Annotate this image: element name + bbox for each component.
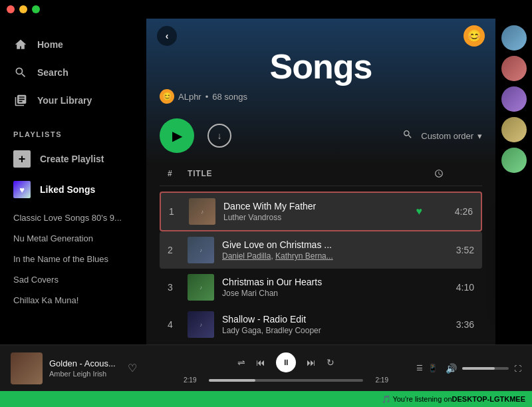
playlist-item-1[interactable]: Nu Metal Generation bbox=[0, 228, 146, 249]
user-emoji: 😊 bbox=[464, 25, 485, 47]
sidebar-item-search[interactable]: Search bbox=[0, 59, 146, 86]
app-container: Home Search Your Library PLAYLIST bbox=[0, 19, 532, 391]
player-thumbnail bbox=[11, 352, 43, 384]
status-bar: 🎵 You're listening on DESKTOP-LGTKMEE bbox=[0, 391, 532, 407]
table-row[interactable]: 4 ♪ Shallow - Radio Edit Lady Gaga, Brad… bbox=[160, 306, 482, 343]
sidebar-item-library[interactable]: Your Library bbox=[0, 86, 146, 114]
track-title: Dance With My Father bbox=[223, 201, 316, 211]
next-button[interactable]: ⏭ bbox=[307, 357, 316, 368]
track-duration: 3:36 bbox=[434, 319, 474, 330]
volume-icon[interactable]: 🔊 bbox=[446, 363, 457, 374]
home-label: Home bbox=[37, 39, 63, 50]
track-thumbnail: ♪ bbox=[188, 237, 214, 263]
player-artist: Amber Leigh Irish bbox=[49, 370, 116, 378]
create-playlist-icon: + bbox=[13, 150, 31, 168]
back-button[interactable]: ‹ bbox=[157, 26, 177, 46]
current-time: 2:19 bbox=[184, 376, 203, 384]
track-list-header: # TITLE bbox=[160, 164, 482, 186]
create-playlist-button[interactable]: + Create Playlist bbox=[0, 144, 146, 174]
close-button[interactable] bbox=[7, 5, 15, 13]
heart-icon[interactable]: ♥ bbox=[416, 205, 423, 217]
playlist-item-3[interactable]: Sad Covers bbox=[0, 269, 146, 290]
header-song-count: 68 songs bbox=[212, 92, 247, 102]
liked-songs-label: Liked Songs bbox=[40, 184, 95, 195]
total-time: 2:19 bbox=[368, 376, 388, 384]
player-track: Golden - Acous... Amber Leigh Irish ♡ bbox=[11, 352, 184, 384]
table-row[interactable]: 2 ♪ Give Love on Christmas ... Daniel Pa… bbox=[160, 231, 482, 269]
prev-button[interactable]: ⏮ bbox=[256, 357, 265, 368]
page-title: Songs bbox=[160, 47, 482, 86]
playlist-item-2[interactable]: In the Name of the Blues bbox=[0, 249, 146, 269]
track-artist: Lady Gaga, Bradley Cooper bbox=[222, 326, 321, 335]
track-artist: Daniel Padilla, Kathryn Berna... bbox=[222, 251, 333, 261]
sidebar-nav: Home Search Your Library bbox=[0, 25, 146, 120]
library-label: Your Library bbox=[37, 95, 92, 106]
col-title: TITLE bbox=[188, 169, 354, 180]
sidebar-item-home[interactable]: Home bbox=[0, 31, 146, 59]
liked-songs-item[interactable]: ♥ Liked Songs bbox=[0, 174, 146, 205]
track-info: ♪ Shallow - Radio Edit Lady Gaga, Bradle… bbox=[188, 311, 354, 338]
playlist-item-0[interactable]: Classic Love Songs 80's 9... bbox=[0, 207, 146, 228]
search-tracks-button[interactable] bbox=[402, 129, 413, 142]
track-info: ♪ Give Love on Christmas ... Daniel Padi… bbox=[188, 237, 354, 263]
track-title: Shallow - Radio Edit bbox=[222, 314, 321, 325]
download-button[interactable]: ↓ bbox=[207, 124, 231, 148]
main-content: ‹ 😊 Songs 😊 ALphr • 68 songs ▶ ↓ bbox=[146, 19, 495, 391]
shuffle-button[interactable]: ⇌ bbox=[237, 357, 245, 368]
playlist-item-4[interactable]: Chillax Ka Muna! bbox=[0, 290, 146, 311]
col-empty bbox=[354, 169, 434, 180]
right-avatar-1 bbox=[501, 25, 527, 51]
controls-right: Custom order ▾ bbox=[402, 129, 482, 142]
right-avatar-4 bbox=[501, 117, 527, 142]
table-row[interactable]: 1 ♪ Dance With My Father Luther Vandross… bbox=[160, 192, 482, 231]
track-number: 4 bbox=[168, 319, 188, 330]
liked-songs-icon: ♥ bbox=[13, 181, 31, 198]
create-playlist-label: Create Playlist bbox=[40, 154, 104, 164]
track-number: 2 bbox=[168, 245, 188, 255]
custom-order-selector[interactable]: Custom order ▾ bbox=[421, 131, 482, 141]
volume-fill bbox=[462, 367, 495, 370]
main-header: ‹ 😊 Songs 😊 ALphr • 68 songs ▶ ↓ bbox=[146, 19, 495, 164]
devices-icon[interactable]: 📱 bbox=[428, 364, 438, 372]
repeat-button[interactable]: ↻ bbox=[327, 357, 334, 368]
track-title: Christmas in Our Hearts bbox=[222, 277, 322, 287]
right-sidebar bbox=[495, 19, 532, 391]
table-row[interactable]: 3 ♪ Christmas in Our Hearts Jose Mari Ch… bbox=[160, 269, 482, 306]
track-info: ♪ Christmas in Our Hearts Jose Mari Chan bbox=[188, 274, 354, 301]
maximize-button[interactable] bbox=[32, 5, 40, 13]
minimize-button[interactable] bbox=[19, 5, 27, 13]
volume-track[interactable] bbox=[462, 367, 509, 370]
track-duration: 4:26 bbox=[433, 206, 473, 217]
col-duration bbox=[434, 169, 474, 180]
right-avatar-5 bbox=[501, 148, 527, 173]
track-title: Give Love on Christmas ... bbox=[222, 239, 333, 250]
title-bar bbox=[0, 0, 532, 19]
home-icon bbox=[13, 37, 28, 52]
track-number: 3 bbox=[168, 282, 188, 293]
player-title: Golden - Acous... bbox=[49, 358, 116, 368]
col-num: # bbox=[168, 169, 188, 180]
queue-icon[interactable]: ☰ bbox=[416, 364, 423, 372]
progress-bar-container: 2:19 2:19 bbox=[184, 376, 388, 384]
progress-track[interactable] bbox=[209, 379, 363, 382]
track-thumbnail: ♪ bbox=[189, 198, 215, 225]
header-user-avatar: 😊 bbox=[160, 89, 174, 104]
track-duration: 3:52 bbox=[434, 245, 474, 255]
track-duration: 4:10 bbox=[434, 282, 474, 293]
chevron-down-icon: ▾ bbox=[477, 131, 482, 141]
player-heart-button[interactable]: ♡ bbox=[128, 362, 137, 374]
header-separator: • bbox=[205, 92, 209, 102]
play-button[interactable]: ▶ bbox=[160, 118, 194, 153]
search-label: Search bbox=[37, 67, 68, 78]
custom-order-label: Custom order bbox=[421, 131, 473, 141]
playlists-header: PLAYLISTS bbox=[0, 120, 146, 144]
player-buttons: ⇌ ⏮ ⏸ ⏭ ↻ bbox=[237, 352, 334, 372]
play-pause-button[interactable]: ⏸ bbox=[276, 352, 296, 372]
track-artist: Jose Mari Chan bbox=[222, 289, 322, 298]
right-avatar-3 bbox=[501, 86, 527, 112]
track-number: 1 bbox=[169, 206, 189, 217]
right-avatar-2 bbox=[501, 56, 527, 81]
status-device: DESKTOP-LGTKMEE bbox=[452, 395, 525, 403]
fullscreen-icon[interactable]: ⛶ bbox=[514, 364, 521, 372]
track-artist: Luther Vandross bbox=[223, 213, 316, 222]
